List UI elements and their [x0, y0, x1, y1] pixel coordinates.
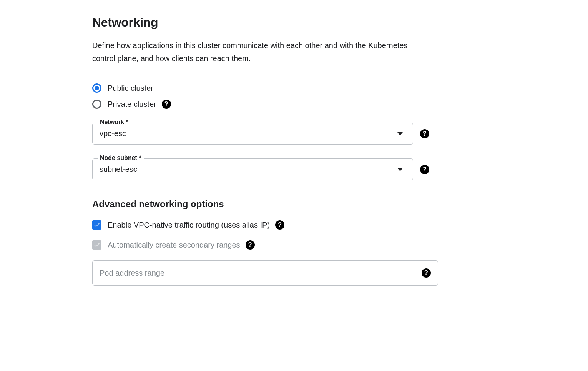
public-cluster-label: Public cluster — [108, 84, 153, 93]
pod-address-range-field: ? — [92, 260, 438, 286]
network-select[interactable]: vpc-esc — [92, 123, 413, 145]
check-icon — [93, 221, 100, 228]
help-icon[interactable]: ? — [246, 240, 255, 250]
vpc-native-checkbox[interactable] — [92, 220, 101, 230]
help-icon[interactable]: ? — [275, 220, 284, 230]
cluster-type-radio-group: Public cluster Private cluster ? — [92, 83, 446, 109]
network-field: Network * vpc-esc ? — [92, 123, 438, 145]
network-label: Network * — [98, 119, 131, 126]
vpc-native-label: Enable VPC-native traffic routing (uses … — [108, 221, 270, 230]
radio-icon — [92, 100, 101, 109]
radio-icon — [92, 83, 101, 93]
network-value: vpc-esc — [100, 129, 397, 138]
private-cluster-option[interactable]: Private cluster ? — [92, 100, 446, 109]
auto-secondary-checkbox — [92, 240, 101, 250]
private-cluster-label: Private cluster — [108, 100, 156, 109]
page-title: Networking — [92, 15, 446, 30]
public-cluster-option[interactable]: Public cluster — [92, 83, 446, 93]
vpc-native-checkbox-row: Enable VPC-native traffic routing (uses … — [92, 220, 446, 230]
chevron-down-icon — [397, 132, 403, 135]
help-icon[interactable]: ? — [420, 165, 429, 174]
auto-secondary-label: Automatically create secondary ranges — [108, 241, 240, 250]
node-subnet-value: subnet-esc — [100, 165, 397, 174]
page-description: Define how applications in this cluster … — [92, 39, 411, 65]
advanced-heading: Advanced networking options — [92, 199, 446, 210]
chevron-down-icon — [397, 168, 403, 171]
help-icon[interactable]: ? — [420, 129, 429, 138]
node-subnet-label: Node subnet * — [98, 155, 144, 161]
auto-secondary-checkbox-row: Automatically create secondary ranges ? — [92, 240, 446, 250]
node-subnet-field: Node subnet * subnet-esc ? — [92, 158, 438, 180]
help-icon[interactable]: ? — [162, 100, 171, 109]
check-icon — [93, 241, 100, 248]
networking-form: Networking Define how applications in th… — [92, 15, 446, 286]
node-subnet-select[interactable]: subnet-esc — [92, 158, 413, 180]
pod-address-range-input[interactable] — [100, 269, 422, 278]
help-icon[interactable]: ? — [422, 268, 431, 278]
